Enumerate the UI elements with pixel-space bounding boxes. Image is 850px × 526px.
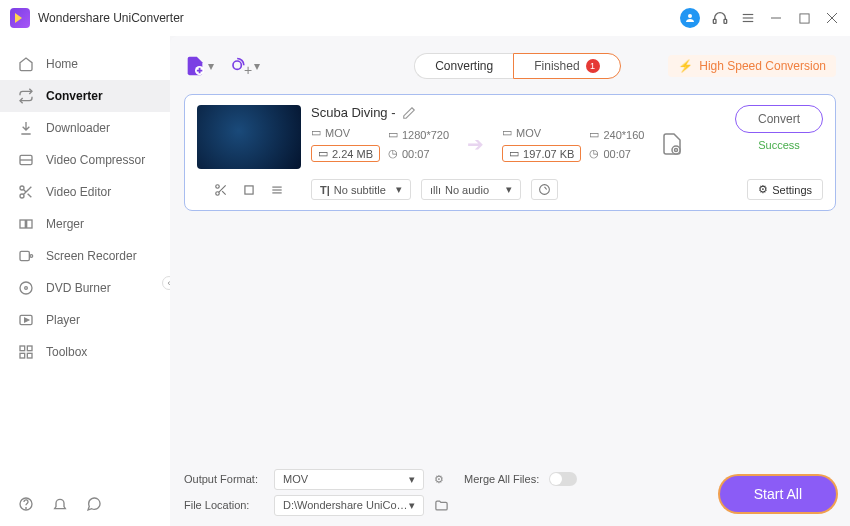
svg-point-30 <box>26 508 27 509</box>
sidebar-label: Video Compressor <box>46 153 145 167</box>
lightning-icon: ⚡ <box>678 59 693 73</box>
svg-rect-27 <box>20 353 25 358</box>
sidebar-label: Screen Recorder <box>46 249 137 263</box>
dst-size: 197.07 KB <box>523 148 574 160</box>
sidebar-item-home[interactable]: Home <box>0 48 170 80</box>
sidebar-item-player[interactable]: Player <box>0 304 170 336</box>
clock-icon: ◷ <box>589 147 599 160</box>
src-res: 1280*720 <box>402 129 449 141</box>
svg-rect-17 <box>20 220 25 228</box>
svg-rect-1 <box>713 19 716 23</box>
merge-toggle[interactable] <box>549 472 577 486</box>
svg-point-35 <box>216 184 220 188</box>
file-name: Scuba Diving - <box>311 105 396 120</box>
add-url-button[interactable]: +▾ <box>228 54 260 78</box>
sidebar-item-editor[interactable]: Video Editor <box>0 176 170 208</box>
status-label: Success <box>758 139 800 151</box>
video-thumbnail[interactable] <box>197 105 301 169</box>
file-card: Scuba Diving - ▭MOV ▭2.24 MB ▭1280*720 ◷… <box>184 94 836 211</box>
finished-count-badge: 1 <box>586 59 600 73</box>
svg-rect-39 <box>245 185 253 193</box>
merge-icon <box>18 216 34 232</box>
grid-icon <box>18 344 34 360</box>
svg-marker-24 <box>25 318 29 322</box>
sidebar-label: Video Editor <box>46 185 111 199</box>
output-format-label: Output Format: <box>184 473 264 485</box>
feedback-icon[interactable] <box>86 496 102 512</box>
src-format: MOV <box>325 127 350 139</box>
speed-icon[interactable] <box>531 179 558 200</box>
settings-button[interactable]: ⚙Settings <box>747 179 823 200</box>
sidebar-item-recorder[interactable]: Screen Recorder <box>0 240 170 272</box>
sidebar-label: Player <box>46 313 80 327</box>
sidebar-item-dvd[interactable]: DVD Burner <box>0 272 170 304</box>
open-folder-icon[interactable] <box>434 498 449 513</box>
more-icon[interactable] <box>270 183 284 197</box>
recorder-icon <box>18 248 34 264</box>
hamburger-menu-icon[interactable] <box>740 10 756 26</box>
high-speed-button[interactable]: ⚡High Speed Conversion <box>668 55 836 77</box>
add-file-button[interactable]: ▾ <box>184 55 214 77</box>
sidebar-item-merger[interactable]: Merger <box>0 208 170 240</box>
svg-rect-7 <box>799 13 808 22</box>
edit-name-icon[interactable] <box>402 106 416 120</box>
disc-icon <box>18 280 34 296</box>
audio-select[interactable]: ıllıNo audio▾ <box>421 179 521 200</box>
folder-icon: ▭ <box>509 147 519 160</box>
arrow-right-icon: ➔ <box>467 132 484 156</box>
chevron-down-icon: ▾ <box>506 183 512 196</box>
output-settings-icon[interactable] <box>660 132 684 156</box>
tab-converting[interactable]: Converting <box>414 53 513 79</box>
start-all-button[interactable]: Start All <box>720 476 836 512</box>
svg-point-32 <box>233 61 241 69</box>
svg-point-43 <box>540 185 550 195</box>
scissors-icon <box>18 184 34 200</box>
subtitle-select[interactable]: T|No subtitle▾ <box>311 179 411 200</box>
svg-point-33 <box>672 146 680 154</box>
file-icon: ▭ <box>311 126 321 139</box>
src-size: 2.24 MB <box>332 148 373 160</box>
output-format-select[interactable]: MOV▾ <box>274 469 424 490</box>
tab-finished[interactable]: Finished1 <box>513 53 620 79</box>
file-location-select[interactable]: D:\Wondershare UniConverter▾ <box>274 495 424 516</box>
svg-rect-2 <box>724 19 727 23</box>
crop-icon[interactable] <box>242 183 256 197</box>
dst-res: 240*160 <box>603 129 644 141</box>
app-logo <box>10 8 30 28</box>
headset-icon[interactable] <box>712 10 728 26</box>
play-icon <box>18 312 34 328</box>
sidebar-item-compressor[interactable]: Video Compressor <box>0 144 170 176</box>
sidebar-label: Home <box>46 57 78 71</box>
close-button[interactable] <box>824 10 840 26</box>
converter-icon <box>18 88 34 104</box>
sidebar-label: DVD Burner <box>46 281 111 295</box>
svg-line-15 <box>28 194 32 198</box>
src-dur: 00:07 <box>402 148 430 160</box>
svg-point-20 <box>30 255 33 258</box>
sidebar-item-converter[interactable]: Converter <box>0 80 170 112</box>
svg-point-22 <box>25 287 28 290</box>
chevron-down-icon: ▾ <box>409 473 415 486</box>
svg-rect-18 <box>27 220 32 228</box>
sidebar: Home Converter Downloader Video Compress… <box>0 36 170 526</box>
svg-rect-25 <box>20 346 25 351</box>
resolution-icon: ▭ <box>589 128 599 141</box>
home-icon <box>18 56 34 72</box>
sidebar-label: Converter <box>46 89 103 103</box>
sidebar-label: Toolbox <box>46 345 87 359</box>
format-settings-icon[interactable]: ⚙ <box>434 473 444 486</box>
svg-line-16 <box>23 189 26 192</box>
convert-button[interactable]: Convert <box>735 105 823 133</box>
maximize-button[interactable] <box>796 10 812 26</box>
file-location-label: File Location: <box>184 499 264 511</box>
help-icon[interactable] <box>18 496 34 512</box>
bell-icon[interactable] <box>52 496 68 512</box>
dst-format: MOV <box>516 127 541 139</box>
minimize-button[interactable] <box>768 10 784 26</box>
svg-rect-26 <box>27 346 32 351</box>
trim-icon[interactable] <box>214 183 228 197</box>
sidebar-label: Downloader <box>46 121 110 135</box>
sidebar-item-toolbox[interactable]: Toolbox <box>0 336 170 368</box>
user-avatar-icon[interactable] <box>680 8 700 28</box>
sidebar-item-downloader[interactable]: Downloader <box>0 112 170 144</box>
